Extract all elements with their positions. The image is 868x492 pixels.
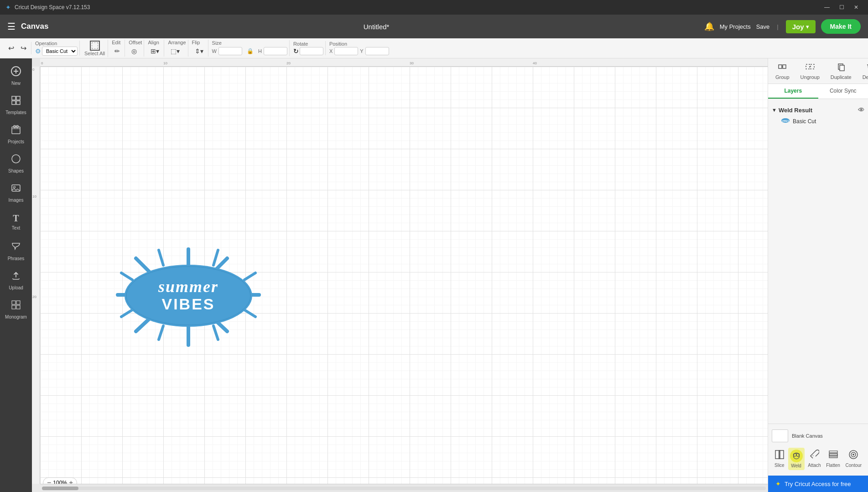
rotate-input[interactable] [300,47,323,55]
sidebar-item-text[interactable]: T Text [2,208,30,236]
cricut-banner[interactable]: ✦ Try Cricut Access for free [768,476,868,492]
layer-group-header[interactable]: ▼ Weld Result 👁 [772,105,864,115]
lock-icon[interactable]: 🔒 [244,46,256,56]
undo-button[interactable]: ↩ [5,42,17,54]
ungroup-label: Ungroup [800,74,820,80]
svg-point-56 [852,454,854,455]
align-button[interactable]: ⊞▾ [148,46,162,57]
templates-icon [11,95,21,108]
machine-name: Joy [792,23,804,31]
ungroup-button[interactable]: Ungroup [797,60,823,82]
sidebar-item-shapes-label: Shapes [8,168,24,173]
rp-toolbar: Group Ungroup [768,58,868,84]
contour-icon [848,450,858,462]
window-controls: — ☐ ✕ [821,2,863,12]
minimize-button[interactable]: — [821,2,833,12]
group-button[interactable]: Group [772,60,793,82]
sidebar-item-images[interactable]: Images [2,179,30,206]
rotate-group: Rotate ↻ [291,41,326,55]
w-label: W [212,48,217,54]
horizontal-scrollbar[interactable] [40,484,768,492]
y-input[interactable] [365,47,389,55]
ruler-v-mark-10: 10 [32,194,36,199]
sidebar-item-upload[interactable]: Upload [2,267,30,294]
duplicate-button[interactable]: Duplicate [827,60,855,82]
ungroup-icon [806,62,815,73]
rotate-label: Rotate [293,41,323,47]
new-icon [11,66,21,79]
make-it-button[interactable]: Make It [821,19,861,34]
slice-icon [774,450,785,462]
sidebar-item-shapes[interactable]: Shapes [2,150,30,177]
sidebar-item-templates[interactable]: Templates [2,91,30,119]
canvas-area[interactable]: 0 10 20 30 40 0 10 20 [32,58,768,492]
ruler-v-mark-20: 20 [32,295,36,299]
ruler-mark-30: 30 [410,61,414,65]
sidebar-item-projects-label: Projects [8,139,24,144]
offset-button[interactable]: ◎ [129,46,142,57]
close-button[interactable]: ✕ [850,2,863,12]
monogram-icon [11,300,21,313]
weld-action[interactable]: Weld [788,448,805,470]
svg-rect-3 [12,96,16,100]
operation-select[interactable]: Basic Cut [42,47,78,56]
rp-actions: Slice Weld [772,446,864,472]
design-element[interactable]: summer VIBES [104,240,273,354]
svg-rect-16 [16,305,20,309]
sidebar-item-text-label: Text [12,225,20,230]
svg-rect-51 [829,456,837,458]
slice-action[interactable]: Slice [773,448,786,470]
tab-color-sync[interactable]: Color Sync [818,84,868,99]
height-input[interactable] [264,47,287,55]
delete-button[interactable]: Delete [859,60,868,82]
h-label: H [258,48,262,54]
delete-label: Delete [863,74,868,80]
my-projects-button[interactable]: My Projects [720,23,751,30]
scroll-thumb[interactable] [42,487,78,490]
sidebar-item-projects[interactable]: Projects [2,120,30,148]
toolbar: ↩ ↪ Operation ⚙ Basic Cut Select All Edi… [0,38,868,58]
delete-icon [865,62,868,73]
scroll-track[interactable] [42,487,766,490]
contour-action[interactable]: Contour [844,448,864,470]
arrange-button[interactable]: ⬚▾ [168,46,186,57]
svg-text:VIBES: VIBES [782,120,789,122]
flatten-action[interactable]: Flatten [824,448,842,470]
attach-action[interactable]: Attach [806,448,822,470]
notifications-button[interactable]: 🔔 [704,21,714,31]
layer-item-basic-cut[interactable]: VIBES Basic Cut [772,115,864,127]
redo-button[interactable]: ↪ [18,42,29,54]
svg-text:summer: summer [158,277,218,296]
svg-line-32 [244,310,255,317]
machine-selector-button[interactable]: Joy ▾ [786,20,816,33]
sidebar-item-monogram[interactable]: Monogram [2,296,30,323]
projects-icon [11,125,21,137]
select-all-group[interactable]: Select All [82,40,108,57]
sidebar-item-upload-label: Upload [9,285,23,290]
canvas-grid[interactable]: summer VIBES [40,67,768,484]
upload-icon [11,271,21,283]
width-input[interactable] [218,47,242,55]
flatten-label: Flatten [826,463,840,468]
menu-button[interactable]: ☰ [7,22,16,31]
sidebar-item-phrases[interactable]: Phrases [2,237,30,265]
svg-point-10 [12,155,20,163]
size-label: Size [212,40,287,46]
x-input[interactable] [334,47,358,55]
sidebar-item-templates-label: Templates [5,110,26,115]
x-label: X [329,48,333,54]
project-title: Untitled* [364,23,390,31]
sidebar-item-new[interactable]: New [2,62,30,89]
group-label: Group [775,74,790,80]
main-area: New Templates [0,58,868,492]
layer-group-name: Weld Result [779,107,812,114]
edit-button[interactable]: ✏ [112,46,123,57]
attach-label: Attach [808,463,821,468]
weld-icon [790,450,803,462]
save-button[interactable]: Save [756,23,770,30]
layer-visibility-icon[interactable]: 👁 [858,106,864,114]
tab-layers[interactable]: Layers [768,84,818,99]
align-label: Align [148,40,162,45]
maximize-button[interactable]: ☐ [835,2,848,12]
flip-button[interactable]: ⇕▾ [192,46,206,57]
